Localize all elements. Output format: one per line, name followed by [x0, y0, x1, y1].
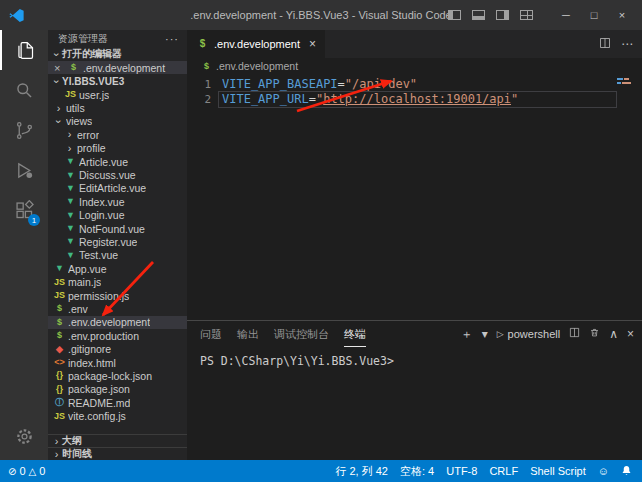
tree-item-main.js[interactable]: JSmain.js [48, 275, 187, 288]
source-control-icon[interactable] [0, 110, 48, 150]
split-terminal-icon[interactable] [569, 327, 580, 341]
vue-file-icon: ▼ [64, 157, 77, 166]
tree-item-EditArticle.vue[interactable]: ▼EditArticle.vue [48, 182, 187, 195]
extensions-icon[interactable]: 1 [0, 190, 48, 230]
close-icon[interactable]: × [309, 37, 316, 51]
split-editor-icon[interactable] [599, 37, 611, 52]
file-name: Index.vue [79, 196, 125, 208]
cursor-position[interactable]: 行 2, 列 42 [335, 464, 388, 479]
terminal-shell-item[interactable]: ▷ powershell [497, 328, 561, 340]
project-header[interactable]: › YI.BBS.VUE3 [48, 74, 187, 88]
tree-item-.env.development[interactable]: $.env.development [48, 316, 187, 329]
minimap[interactable] [617, 78, 639, 86]
tree-item-user.js[interactable]: JSuser.js [48, 88, 187, 101]
more-actions-icon[interactable]: ··· [165, 33, 179, 45]
open-editors-header[interactable]: › 打开的编辑器 [48, 47, 187, 61]
language-mode[interactable]: Shell Script [530, 465, 586, 477]
timeline-header[interactable]: › 时间线 [48, 447, 187, 460]
tree-item-Register.vue[interactable]: ▼Register.vue [48, 235, 187, 248]
titlebar-controls: ─ □ × [448, 0, 642, 30]
tree-item-Login.vue[interactable]: ▼Login.vue [48, 209, 187, 222]
file-name: .env.production [68, 330, 139, 342]
file-name: .gitignore [68, 343, 111, 355]
code-token: http://localhost:19001/api [323, 92, 511, 106]
editor-surface[interactable]: 1VITE_APP_BASEAPI="/api-dev"2VITE_APP_UR… [187, 74, 642, 320]
json-file-icon: {} [53, 371, 66, 380]
panel-tab[interactable]: 输出 [237, 321, 259, 347]
tree-item-Article.vue[interactable]: ▼Article.vue [48, 155, 187, 168]
file-name: views [66, 115, 92, 127]
panel-actions: ＋ ▾ ▷ powershell ∧ × [461, 326, 634, 343]
tree-item-.env.production[interactable]: $.env.production [48, 329, 187, 342]
panel-tab[interactable]: 问题 [200, 321, 222, 347]
maximize-button[interactable]: □ [580, 0, 608, 30]
html-file-icon: <> [53, 358, 66, 367]
feedback-smiley-icon[interactable]: ☺ [598, 465, 609, 477]
maximize-panel-icon[interactable]: ∧ [609, 327, 618, 341]
code-token: VITE_APP_BASEAPI [222, 77, 338, 91]
minimize-button[interactable]: ─ [552, 0, 580, 30]
breadcrumb[interactable]: $ .env.development [187, 58, 642, 74]
eol-status[interactable]: CRLF [489, 465, 518, 477]
panel-tab[interactable]: 调试控制台 [274, 321, 329, 347]
encoding-status[interactable]: UTF-8 [446, 465, 477, 477]
terminal-content[interactable]: PS D:\CSharp\Yi\Yi.BBS.Vue3> [187, 347, 642, 368]
file-name: package.json [68, 383, 130, 395]
file-name: permission.js [68, 290, 129, 302]
tree-item-App.vue[interactable]: ▼App.vue [48, 262, 187, 275]
tree-item-error[interactable]: ›error [48, 128, 187, 141]
tree-item-index.html[interactable]: <>index.html [48, 356, 187, 369]
vue-file-icon: ▼ [53, 264, 66, 273]
search-icon[interactable] [0, 70, 48, 110]
panel-tab[interactable]: 终端 [344, 321, 366, 347]
close-button[interactable]: × [608, 0, 636, 30]
sidebar-bottom-sections: › 大纲 › 时间线 [48, 434, 187, 460]
tree-item-.env[interactable]: $.env [48, 302, 187, 315]
toggle-sidebar-icon[interactable] [448, 10, 461, 20]
more-actions-icon[interactable]: ⋯ [621, 37, 633, 51]
tree-item-utils[interactable]: ›utils [48, 101, 187, 114]
tree-item-views[interactable]: ›views [48, 115, 187, 128]
code-line-2[interactable]: 2VITE_APP_URL="http://localhost:19001/ap… [187, 92, 642, 107]
kill-terminal-icon[interactable] [589, 327, 600, 341]
tree-item-Index.vue[interactable]: ▼Index.vue [48, 195, 187, 208]
code-line-1[interactable]: 1VITE_APP_BASEAPI="/api-dev" [187, 77, 642, 92]
vue-file-icon: ▼ [64, 237, 77, 246]
tree-item-Test.vue[interactable]: ▼Test.vue [48, 249, 187, 262]
notifications-bell-icon[interactable] [621, 465, 632, 478]
toggle-secondary-sidebar-icon[interactable] [496, 10, 509, 20]
close-panel-icon[interactable]: × [627, 327, 634, 341]
file-name: Login.vue [79, 209, 125, 221]
tree-item-NotFound.vue[interactable]: ▼NotFound.vue [48, 222, 187, 235]
tab-label: .env.development [214, 38, 300, 50]
outline-header[interactable]: › 大纲 [48, 434, 187, 447]
vue-file-icon: ▼ [64, 224, 77, 233]
vscode-logo-icon[interactable] [9, 8, 24, 23]
close-icon[interactable]: × [54, 62, 64, 74]
tree-item-vite.config.js[interactable]: JSvite.config.js [48, 409, 187, 422]
run-debug-icon[interactable] [0, 150, 48, 190]
terminal-dropdown-icon[interactable]: ▾ [482, 327, 488, 341]
code-token: = [309, 92, 316, 106]
settings-gear-icon[interactable] [0, 416, 48, 456]
vscode-window: .env.development - Yi.BBS.Vue3 - Visual … [0, 0, 642, 482]
tree-item-profile[interactable]: ›profile [48, 142, 187, 155]
new-terminal-icon[interactable]: ＋ [461, 326, 473, 343]
tree-item-Discuss.vue[interactable]: ▼Discuss.vue [48, 168, 187, 181]
tree-item-permission.js[interactable]: JSpermission.js [48, 289, 187, 302]
window-controls: ─ □ × [552, 0, 636, 30]
open-editor-item[interactable]: × $ .env.development [48, 61, 187, 74]
tree-item-README.md[interactable]: ⓘREADME.md [48, 396, 187, 409]
timeline-label: 时间线 [62, 447, 92, 460]
extensions-badge: 1 [28, 214, 40, 226]
customize-layout-icon[interactable] [520, 10, 533, 20]
tree-item-.gitignore[interactable]: ◆.gitignore [48, 342, 187, 355]
problems-status[interactable]: ⊘ 0 △ 0 [8, 465, 45, 477]
tab-env-development[interactable]: $ .env.development × [187, 30, 325, 58]
indentation-status[interactable]: 空格: 4 [400, 464, 434, 479]
tree-item-package-lock.json[interactable]: {}package-lock.json [48, 369, 187, 382]
json-file-icon: {} [53, 385, 66, 394]
tree-item-package.json[interactable]: {}package.json [48, 383, 187, 396]
explorer-icon[interactable] [0, 30, 48, 70]
toggle-panel-icon[interactable] [472, 10, 485, 20]
